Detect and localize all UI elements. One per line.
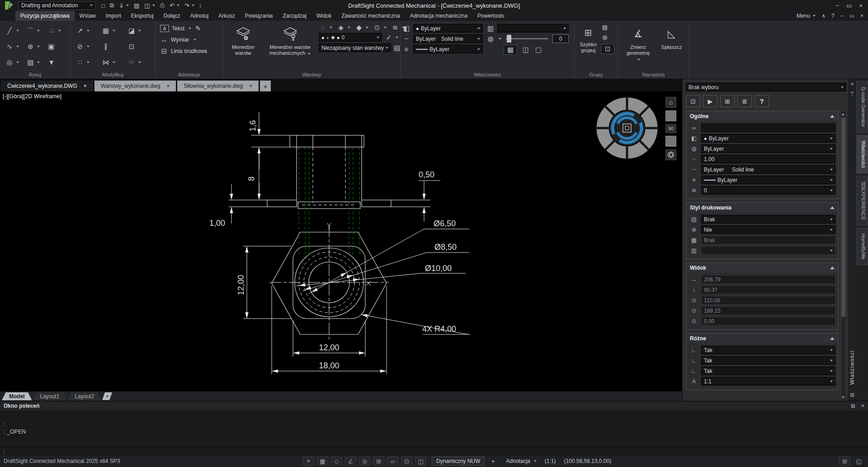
- section-header-rozne[interactable]: Różne: [686, 334, 838, 343]
- stretch-tool[interactable]: ↗: [76, 27, 98, 34]
- doc-tab-warstwy[interactable]: Warstwy_wykonane.dwg×: [94, 81, 176, 91]
- customize-toolbar-button[interactable]: ⁝: [199, 2, 201, 9]
- tab-widok[interactable]: Widok: [311, 11, 336, 21]
- layer-manager-button[interactable]: Menedżer warstw: [225, 22, 261, 57]
- select-cycle-button[interactable]: ⊡: [686, 95, 700, 107]
- tab-powiazania[interactable]: Powiązania: [240, 11, 278, 21]
- ucs-view-select[interactable]: Tak: [701, 367, 835, 375]
- tab-layout2[interactable]: Layout2: [67, 392, 101, 400]
- smart-dimension-icon[interactable]: ✎: [194, 25, 202, 32]
- hyperlink-field[interactable]: [701, 124, 835, 132]
- quick-properties-toggle[interactable]: ▦: [504, 45, 517, 55]
- hide-layer-tool[interactable]: ◌: [319, 24, 332, 31]
- linestyle-combo[interactable]: ByLayerSolid line: [413, 34, 483, 43]
- collapse-ribbon-icon[interactable]: ∧: [821, 13, 826, 19]
- dynamic-ucs-toggle[interactable]: ⊡: [401, 457, 412, 466]
- push-tool[interactable]: ☞: [127, 59, 150, 66]
- text-tool[interactable]: Tekst: [172, 25, 184, 32]
- edit-group-icon[interactable]: ⊛: [601, 34, 609, 41]
- tab-arkusz[interactable]: Arkusz: [213, 11, 240, 21]
- panel-properties-icon[interactable]: ⊞: [850, 392, 854, 398]
- ucs-point-select[interactable]: Tak: [701, 356, 835, 365]
- tab-adnotacja-mechaniczna[interactable]: Adnotacja mechaniczna: [405, 11, 472, 21]
- color-combo[interactable]: ●ByLayer: [413, 24, 483, 33]
- transparency-slider[interactable]: [506, 38, 548, 39]
- wheel-settings-button[interactable]: [665, 149, 676, 160]
- annotation-scale-select[interactable]: 1:1: [701, 377, 835, 386]
- section-header-styl[interactable]: Styl drukowania: [686, 203, 838, 212]
- palette-tab-gcode[interactable]: G-code Generator: [856, 81, 868, 133]
- drawing-viewport[interactable]: 1,6 8 1,00 0,50 Ø6,50 Ø8,50 Ø10,00 4X R4…: [0, 91, 682, 391]
- grid-toggle[interactable]: ▦: [317, 457, 328, 466]
- open-button[interactable]: ▤: [134, 2, 139, 9]
- panel-close-icon[interactable]: ×: [850, 81, 854, 87]
- panel-help-button[interactable]: ?: [755, 95, 769, 107]
- tab-wstaw[interactable]: Wstaw: [75, 11, 101, 21]
- ortho-copy-toggle[interactable]: ◫: [415, 457, 426, 466]
- select-box-button[interactable]: ⊞: [720, 95, 735, 107]
- panel-pin-icon[interactable]: ⊤: [850, 91, 854, 97]
- region-tool[interactable]: ▣: [47, 43, 65, 50]
- save-button[interactable]: ◫: [144, 2, 155, 9]
- arc-tool[interactable]: ⌒: [26, 27, 43, 34]
- active-layer-combo[interactable]: ●◗◆● 0: [319, 33, 382, 42]
- hatch-tool[interactable]: ▨: [26, 59, 43, 66]
- polar-toggle[interactable]: ∠: [345, 457, 356, 466]
- trim-tool[interactable]: ⊘: [76, 43, 98, 50]
- split-tool[interactable]: ∥: [102, 43, 124, 50]
- palette-tab-3dexperience[interactable]: 3DEXPERIENCE: [856, 176, 868, 226]
- viewport-label[interactable]: [-][Góra][2D Wireframe]: [3, 93, 61, 100]
- tab-pozycja-poczatkowa[interactable]: Pozycja początkowa: [15, 11, 75, 21]
- erase-tool[interactable]: ◪: [127, 27, 150, 34]
- circle-tool[interactable]: ◎: [5, 59, 23, 66]
- rotation-badge[interactable]: 90: [665, 124, 676, 133]
- tab-import[interactable]: Import: [101, 11, 126, 21]
- tab-zarzadzaj[interactable]: Zarządzaj: [278, 11, 311, 21]
- tab-dolacz[interactable]: Dołącz: [159, 11, 185, 21]
- etrack-toggle[interactable]: ⊞: [373, 457, 384, 466]
- doc-restore-icon[interactable]: ▭: [849, 13, 854, 19]
- spline-tool[interactable]: ∿: [5, 43, 23, 50]
- tab-zawartosc-mechaniczna[interactable]: Zawartość mechaniczna: [336, 11, 405, 21]
- print-style-select[interactable]: Brak: [701, 215, 835, 224]
- close-icon[interactable]: ×: [84, 83, 87, 89]
- close-button[interactable]: ×: [859, 2, 863, 9]
- flatten-button[interactable]: ◺ Spłaszcz: [659, 22, 685, 52]
- close-command-icon[interactable]: ×: [861, 403, 864, 409]
- line-tool[interactable]: ╱: [5, 27, 23, 34]
- minimize-button[interactable]: −: [836, 2, 840, 9]
- annotation-scale-select[interactable]: Adnotacja: [506, 458, 536, 464]
- freeze-layer-tool[interactable]: ◈: [337, 24, 350, 31]
- layer-select[interactable]: 0: [701, 186, 835, 195]
- cad-drawing[interactable]: 1,6 8 1,00 0,50 Ø6,50 Ø8,50 Ø10,00 4X R4…: [0, 91, 682, 391]
- print-scale-select[interactable]: Nie: [701, 225, 835, 234]
- new-file-button[interactable]: □: [101, 2, 105, 9]
- esnap-toggle[interactable]: ◎: [359, 457, 370, 466]
- frame-toggle[interactable]: ▱: [387, 457, 398, 466]
- measure-geometry-button[interactable]: ∡ Zmierz geometrię: [623, 22, 654, 63]
- workspace-selector[interactable]: Drafting and Annotation: [18, 1, 96, 10]
- layer-state-combo[interactable]: Niezapisany stan warstwy: [319, 43, 391, 52]
- doc-close-icon[interactable]: ×: [860, 13, 863, 19]
- lock-layer-tool[interactable]: ◆: [355, 24, 368, 31]
- sheet-icon[interactable]: ▢: [534, 46, 542, 53]
- centerline-tool[interactable]: Linia środkowa: [171, 48, 207, 54]
- print-button[interactable]: ⎙: [160, 2, 165, 9]
- ucs-origin-select[interactable]: Tak: [701, 346, 835, 354]
- dynamic-cs-button[interactable]: Dynamiczny NUW: [432, 457, 485, 466]
- dimension-tool[interactable]: Wymiar: [171, 37, 189, 43]
- tab-model[interactable]: Model: [2, 392, 32, 400]
- lineweight-select[interactable]: ByLayer: [701, 176, 835, 184]
- section-header-ogolne[interactable]: Ogólne: [686, 111, 838, 121]
- panel-scrollbar[interactable]: [840, 111, 846, 401]
- array-tool[interactable]: ∷: [76, 59, 98, 66]
- solid-tool[interactable]: ▼: [47, 59, 65, 66]
- view-preset-button-2[interactable]: [665, 136, 676, 147]
- float-panel-icon[interactable]: ⧉: [851, 403, 855, 409]
- menu-button[interactable]: Menu: [797, 13, 816, 19]
- print-style-combo[interactable]: [497, 24, 569, 33]
- tab-powertools[interactable]: Powertools: [472, 11, 509, 21]
- palette-tab-wlasciwosci[interactable]: Właściwości: [856, 135, 868, 174]
- palette-tab-homebyme[interactable]: HomeByMe: [856, 228, 868, 265]
- ungroup-icon[interactable]: ⊠: [601, 24, 609, 31]
